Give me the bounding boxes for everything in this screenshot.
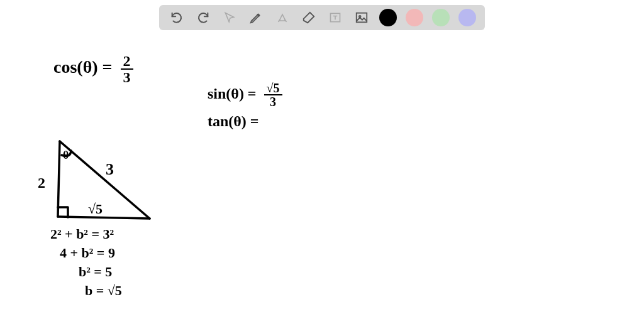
cos-numerator: 2	[121, 53, 133, 70]
work-line-3: b² = 5	[79, 264, 112, 280]
eraser-tool[interactable]	[300, 9, 318, 26]
triangle-hypotenuse: 3	[106, 160, 114, 179]
sin-denominator: 3	[267, 95, 279, 108]
drawing-toolbar	[159, 5, 485, 30]
image-tool[interactable]	[353, 9, 370, 26]
color-pink[interactable]	[406, 9, 423, 26]
text-tool[interactable]	[326, 9, 344, 26]
sin-numerator: √5	[264, 82, 282, 95]
tan-equation: tan(θ) =	[208, 113, 259, 130]
svg-rect-1	[357, 13, 367, 23]
work-line-2: 4 + b² = 9	[60, 245, 115, 261]
shapes-tool[interactable]	[274, 9, 291, 26]
work-line-4: b = √5	[85, 283, 122, 299]
triangle-side-left: 2	[38, 175, 45, 192]
undo-button[interactable]	[168, 9, 186, 26]
sin-equation: sin(θ) = √5 3	[208, 82, 282, 108]
work-line-1: 2² + b² = 3²	[50, 226, 114, 242]
cos-denominator: 3	[121, 70, 133, 85]
triangle-base: √5	[88, 201, 103, 217]
cos-equation: cos(θ) = 2 3	[53, 53, 133, 85]
sin-lhs: sin(θ) =	[208, 85, 257, 102]
cos-lhs: cos(θ) =	[53, 57, 113, 77]
tan-lhs: tan(θ) =	[208, 113, 259, 129]
redo-button[interactable]	[194, 9, 212, 26]
triangle-drawing	[0, 0, 644, 319]
color-green[interactable]	[432, 9, 450, 26]
pointer-tool[interactable]	[221, 9, 238, 26]
color-black[interactable]	[379, 9, 397, 26]
pen-tool[interactable]	[247, 9, 265, 26]
color-lavender[interactable]	[458, 9, 476, 26]
triangle-angle: θ	[63, 149, 69, 162]
whiteboard-canvas[interactable]: cos(θ) = 2 3 sin(θ) = √5 3 tan(θ) = 2	[0, 0, 644, 319]
